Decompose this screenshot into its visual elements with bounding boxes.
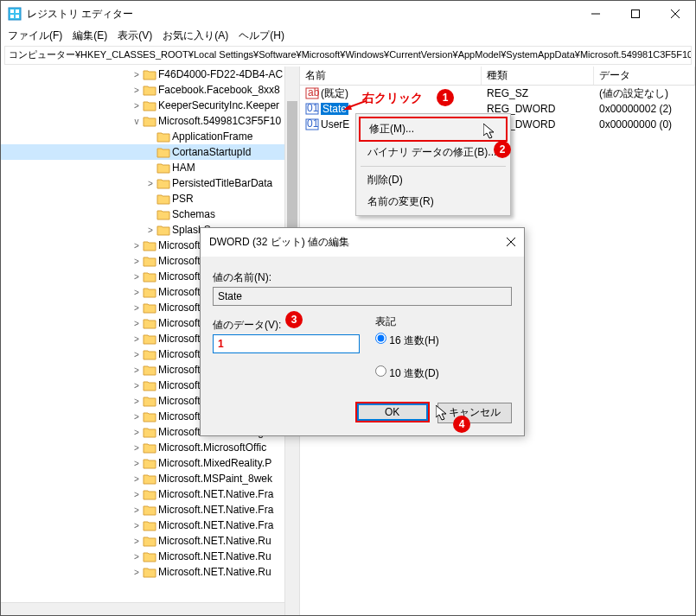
menubar: ファイル(F) 編集(E) 表示(V) お気に入り(A) ヘルプ(H) — [1, 27, 695, 44]
context-menu: 修正(M)... バイナリ データの修正(B)... 削除(D) 名前の変更(R… — [355, 113, 511, 216]
ctx-modify[interactable]: 修正(M)... — [359, 117, 508, 142]
window-title: レジストリ エディター — [27, 7, 576, 22]
tree-item[interactable]: >PersistedTitleBarData — [1, 175, 299, 191]
minimize-button[interactable] — [576, 1, 616, 27]
ctx-delete[interactable]: 削除(D) — [359, 169, 508, 191]
tree-item[interactable]: HAM — [1, 160, 299, 175]
value-data-input[interactable] — [213, 334, 360, 353]
tree-item[interactable]: >Microsoft.NET.Native.Ru — [1, 549, 299, 564]
tree-item[interactable]: >Microsoft.NET.Native.Fra — [1, 518, 299, 533]
ok-button[interactable]: OK — [355, 402, 430, 422]
radio-dec[interactable]: 10 進数(D) — [375, 365, 439, 381]
svg-rect-1 — [10, 10, 14, 13]
address-bar[interactable]: コンピューター¥HKEY_CLASSES_ROOT¥Local Settings… — [4, 46, 692, 65]
tree-item[interactable]: >Facebook.Facebook_8xx8 — [1, 82, 299, 98]
titlebar: レジストリ エディター — [1, 1, 695, 27]
badge-1: 1 — [437, 89, 454, 106]
menu-favorites[interactable]: お気に入り(A) — [163, 29, 228, 43]
maximize-button[interactable] — [616, 1, 655, 27]
tree-item[interactable]: >Microsoft.NET.Native.Fra — [1, 486, 299, 502]
col-data[interactable]: データ — [594, 67, 695, 85]
svg-rect-4 — [16, 15, 19, 18]
tree-item[interactable]: >KeeperSecurityInc.Keeper — [1, 98, 299, 113]
badge-4: 4 — [453, 416, 470, 433]
svg-text:ab: ab — [308, 87, 319, 98]
annotation-rightclick: 右クリック — [362, 91, 423, 106]
list-header[interactable]: 名前 種類 データ — [300, 67, 695, 86]
col-type[interactable]: 種類 — [482, 67, 594, 85]
dialog-close-button[interactable] — [507, 237, 515, 249]
radix-legend: 表記 — [375, 314, 439, 329]
dialog-title: DWORD (32 ビット) 値の編集 — [209, 235, 349, 250]
menu-view[interactable]: 表示(V) — [118, 29, 152, 43]
arrow-icon — [343, 99, 366, 110]
ctx-modify-binary[interactable]: バイナリ データの修正(B)... — [359, 142, 508, 163]
menu-file[interactable]: ファイル(F) — [8, 29, 62, 43]
tree-item[interactable]: >Microsoft.MixedReality.P — [1, 455, 299, 471]
tree-item[interactable]: PSR — [1, 191, 299, 206]
dword-edit-dialog: DWORD (32 ビット) 値の編集 値の名前(N): 値のデータ(V): 3… — [200, 227, 525, 436]
value-name-input[interactable] — [213, 287, 512, 306]
tree-item[interactable]: >Microsoft.NET.Native.Ru — [1, 533, 299, 549]
ctx-rename[interactable]: 名前の変更(R) — [359, 191, 508, 213]
svg-text:011: 011 — [307, 103, 319, 114]
regedit-icon — [8, 7, 22, 21]
tree-item[interactable]: >Microsoft.MicrosoftOffic — [1, 440, 299, 455]
tree-item[interactable]: >F46D4000-FD22-4DB4-AC — [1, 67, 299, 82]
tree-item[interactable]: >Microsoft.MSPaint_8wek — [1, 471, 299, 486]
svg-rect-3 — [10, 15, 14, 18]
tree-item[interactable]: >Microsoft.NET.Native.Ru — [1, 564, 299, 580]
tree-item[interactable]: CortanaStartupId — [1, 144, 299, 160]
svg-text:011: 011 — [307, 118, 319, 130]
tree-item[interactable]: vMicrosoft.549981C3F5F10 — [1, 113, 299, 129]
scrollbar-horizontal[interactable] — [1, 602, 284, 616]
cancel-button[interactable]: キャンセル — [437, 403, 512, 423]
col-name[interactable]: 名前 — [300, 67, 482, 85]
svg-rect-2 — [16, 10, 19, 13]
menu-edit[interactable]: 編集(E) — [73, 29, 107, 43]
tree-item[interactable]: Schemas — [1, 206, 299, 222]
radio-hex[interactable]: 16 進数(H) — [375, 333, 439, 348]
badge-3: 3 — [285, 311, 303, 328]
menu-help[interactable]: ヘルプ(H) — [239, 29, 284, 43]
close-button[interactable] — [655, 1, 695, 27]
svg-marker-16 — [343, 105, 352, 110]
tree-item[interactable]: ApplicationFrame — [1, 129, 299, 144]
value-name-label: 値の名前(N): — [213, 270, 512, 285]
svg-rect-6 — [632, 10, 640, 18]
badge-2: 2 — [494, 141, 511, 158]
tree-item[interactable]: >Microsoft.NET.Native.Fra — [1, 502, 299, 518]
